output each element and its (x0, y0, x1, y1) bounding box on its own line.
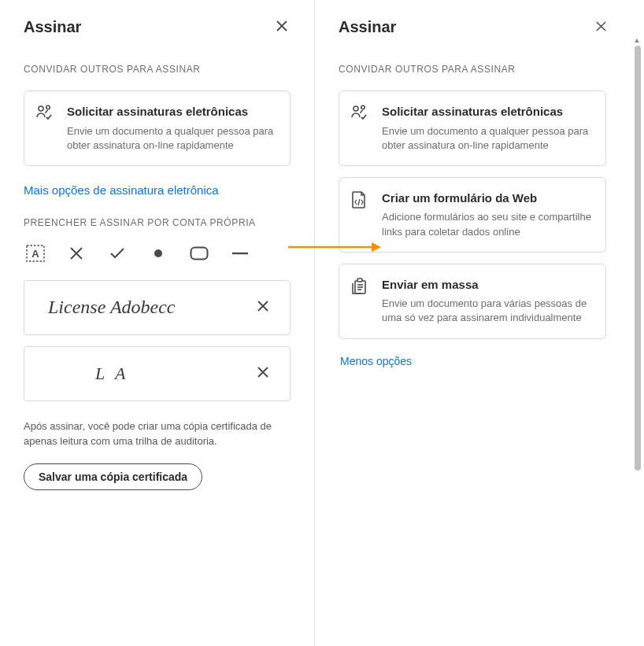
less-options-link[interactable]: Menos opções (340, 355, 412, 367)
card-title: Solicitar assinaturas eletrônicas (382, 104, 591, 120)
web-form-icon (350, 190, 369, 209)
request-signatures-icon (350, 104, 369, 123)
svg-point-1 (46, 105, 50, 109)
signature-full-name: License Adobecc (48, 297, 176, 318)
svg-point-7 (353, 106, 358, 111)
close-icon (257, 366, 269, 378)
signature-initials: L A (95, 364, 128, 384)
panel-header: Assinar (339, 17, 620, 37)
scroll-up-arrow[interactable]: ▲ (633, 36, 641, 44)
signature-box[interactable]: License Adobecc (24, 280, 291, 335)
request-signatures-icon (35, 104, 54, 123)
scrollbar[interactable] (635, 46, 641, 471)
sign-panel-collapsed: Assinar CONVIDAR OUTROS PARA ASSINAR Sol… (0, 0, 315, 646)
card-desc: Envie um documento a qualquer pessoa par… (382, 124, 591, 153)
card-title: Criar um formulário da Web (382, 190, 591, 206)
request-signatures-card[interactable]: Solicitar assinaturas eletrônicas Envie … (339, 90, 606, 166)
fill-sign-toolbar: A (24, 244, 291, 263)
invite-section-label: CONVIDAR OUTROS PARA ASSINAR (339, 64, 620, 75)
panel-title: Assinar (339, 18, 396, 36)
card-title: Solicitar assinaturas eletrônicas (67, 104, 276, 120)
svg-rect-10 (357, 279, 362, 282)
svg-text:A: A (31, 248, 39, 260)
delete-signature-button[interactable] (254, 297, 272, 318)
delete-initials-button[interactable] (254, 363, 272, 384)
save-certified-copy-button[interactable]: Salvar uma cópia certificada (24, 463, 202, 490)
invite-section-label: CONVIDAR OUTROS PARA ASSINAR (24, 64, 291, 75)
close-button[interactable] (273, 17, 291, 37)
check-tool[interactable] (107, 244, 128, 263)
create-web-form-card[interactable]: Criar um formulário da Web Adicione form… (339, 177, 606, 253)
send-bulk-icon (350, 277, 369, 296)
svg-point-8 (361, 105, 365, 109)
close-icon (596, 21, 606, 31)
self-sign-section-label: PREENCHER E ASSINAR POR CONTA PRÓPRIA (24, 217, 291, 228)
rounded-rect-tool[interactable] (189, 244, 209, 263)
svg-point-4 (154, 249, 162, 257)
sign-panel-expanded: ▲ Assinar CONVIDAR OUTROS PARA ASSINAR S… (315, 0, 644, 646)
line-tool[interactable] (230, 244, 250, 263)
request-signatures-card[interactable]: Solicitar assinaturas eletrônicas Envie … (24, 90, 291, 166)
svg-point-0 (39, 106, 43, 111)
more-options-link[interactable]: Mais opções de assinatura eletrônica (24, 183, 219, 197)
close-icon (257, 300, 269, 312)
card-desc: Adicione formulários ao seu site e compa… (382, 210, 591, 238)
certified-copy-note: Após assinar, você pode criar uma cópia … (24, 419, 291, 449)
cross-tool[interactable] (66, 244, 87, 263)
card-desc: Envie um documento a qualquer pessoa par… (67, 124, 276, 153)
text-tool[interactable]: A (25, 244, 46, 263)
card-desc: Envie um documento para várias pessoas d… (382, 297, 591, 325)
card-title: Enviar em massa (382, 277, 591, 293)
panel-header: Assinar (24, 17, 291, 37)
svg-rect-5 (191, 247, 208, 259)
scrollbar-thumb[interactable] (635, 46, 641, 471)
dot-tool[interactable] (148, 244, 168, 263)
panel-title: Assinar (24, 18, 81, 36)
initials-box[interactable]: L A (24, 346, 291, 401)
send-bulk-card[interactable]: Enviar em massa Envie um documento para … (339, 264, 606, 339)
close-icon (276, 20, 287, 31)
close-button[interactable] (593, 17, 609, 37)
